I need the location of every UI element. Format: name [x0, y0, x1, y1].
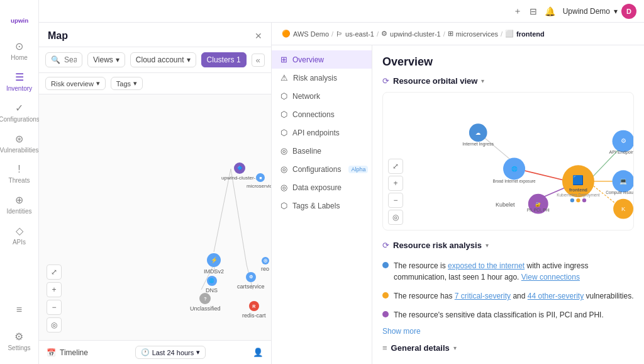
- risk-overview-filter[interactable]: Risk overview ▾: [45, 77, 106, 90]
- map-close-button[interactable]: ✕: [255, 31, 262, 41]
- nav-item-baseline[interactable]: ◎ Baseline: [272, 142, 372, 160]
- breadcrumb-aws[interactable]: AWS Demo: [293, 30, 329, 38]
- nav-item-network[interactable]: ⬡ Network: [272, 87, 372, 105]
- map-canvas[interactable]: 🔷 upwind-cluster-1 ■ microservice ⚡ IMDS…: [39, 94, 271, 340]
- orbital-controls: ⤢ + − ◎: [388, 159, 403, 225]
- vulnerability-icon: ⊛: [15, 133, 23, 145]
- nav-item-connections[interactable]: ⬡ Connections: [272, 105, 372, 123]
- aws-icon: 🟠: [282, 30, 291, 38]
- svg-point-26: [576, 198, 580, 202]
- inventory-icon: ☰: [15, 71, 24, 83]
- sidebar-item-vulnerabilities[interactable]: ⊛ Vulnerabilities: [0, 128, 38, 159]
- collapse-button[interactable]: «: [252, 54, 265, 67]
- risk-section-header[interactable]: ⟳ Resource risk analysis ▾: [382, 241, 634, 250]
- svg-text:Compute resources: Compute resources: [606, 190, 633, 195]
- views-button[interactable]: Views ▾: [87, 52, 125, 67]
- app-logo: upwind: [3, 5, 36, 35]
- detail-row-name: Name frontend: [382, 359, 634, 364]
- expand-button[interactable]: ⤢: [47, 264, 62, 280]
- person-icon[interactable]: 👤: [253, 348, 264, 357]
- map-node-microservice[interactable]: ■ microservice: [247, 173, 271, 189]
- nav-item-overview[interactable]: ⊞ Overview: [272, 50, 372, 69]
- map-node-unclassified[interactable]: ? Unclassified: [190, 293, 221, 312]
- breadcrumb-frontend[interactable]: frontend: [516, 30, 545, 38]
- map-node-cartservice[interactable]: ⚙ cartservice: [237, 272, 265, 290]
- orbital-target-button[interactable]: ◎: [388, 210, 403, 225]
- map-svg: [39, 94, 271, 321]
- flag-icon: 🏳: [336, 30, 343, 38]
- other-severity-link[interactable]: 44 other-severity: [528, 292, 584, 300]
- sidebar-item-label: Home: [11, 54, 28, 61]
- data-icon: ◎: [280, 183, 287, 192]
- orbital-section-icon: ⟳: [382, 76, 389, 86]
- orbital-zoom-in-button[interactable]: +: [388, 176, 403, 191]
- view-connections-link[interactable]: View connections: [521, 273, 580, 282]
- nav-item-configurations[interactable]: ◎ Configurations Alpha: [272, 160, 372, 178]
- chevron-down-icon: ▾: [116, 55, 119, 64]
- tags-filter[interactable]: Tags ▾: [111, 77, 143, 90]
- map-node-dns[interactable]: 🌐 DNS: [206, 276, 218, 293]
- nav-item-tags[interactable]: ⬡ Tags & Labels: [272, 196, 372, 215]
- general-section-header[interactable]: ≡ General details ▾: [382, 343, 634, 353]
- orbital-section-header[interactable]: ⟳ Resource orbital view ▾: [382, 76, 634, 86]
- chevron-down-icon: ▾: [481, 77, 484, 84]
- settings-icon: ⚙: [14, 331, 23, 343]
- orbital-expand-button[interactable]: ⤢: [388, 159, 403, 174]
- orbital-zoom-out-button[interactable]: −: [388, 193, 403, 208]
- sidebar-bottom: ≡ ⚙ Settings: [5, 299, 33, 364]
- zoom-in-button[interactable]: +: [47, 282, 62, 297]
- layout-button[interactable]: ⊟: [530, 6, 537, 16]
- sidebar-item-apis[interactable]: ◇ APIs: [0, 220, 38, 251]
- timeline-label: 📅 Timeline: [47, 348, 88, 357]
- target-button[interactable]: ◎: [47, 317, 62, 333]
- svg-text:K: K: [621, 205, 626, 212]
- map-footer: 📅 Timeline 🕐 Last 24 hours ▾ 👤: [39, 340, 271, 364]
- search-input[interactable]: [64, 55, 77, 64]
- map-node-redis[interactable]: R redis-cart: [242, 301, 266, 319]
- clusters-button[interactable]: Clusters 1: [201, 52, 247, 67]
- sidebar-item-settings[interactable]: ⚙ Settings: [5, 326, 33, 356]
- user-menu[interactable]: Upwind Demo ▾ D: [563, 4, 636, 19]
- sidebar-item-configurations[interactable]: ✓ Configurations: [0, 97, 38, 128]
- notification-button[interactable]: 🔔: [545, 6, 555, 16]
- map-node-reo[interactable]: ◎ reo: [261, 257, 269, 272]
- search-box[interactable]: 🔍: [45, 52, 82, 67]
- risk-overview-label: Risk overview: [51, 80, 94, 88]
- zoom-out-button[interactable]: −: [47, 300, 62, 315]
- sidebar-item-identities[interactable]: ⊕ Identities: [0, 189, 38, 220]
- sidebar-item-menu[interactable]: ≡: [5, 299, 33, 321]
- orbital-section-title: Resource orbital view: [393, 76, 477, 86]
- user-avatar: D: [621, 4, 636, 19]
- sidebar-item-threats[interactable]: ! Threats: [0, 159, 38, 189]
- threats-icon: !: [18, 164, 20, 175]
- critical-severity-link[interactable]: 7 critical-severity: [455, 292, 511, 300]
- svg-point-27: [582, 198, 586, 202]
- nav-item-data-exposure[interactable]: ◎ Data exposure: [272, 178, 372, 196]
- time-filter[interactable]: 🕐 Last 24 hours ▾: [135, 346, 206, 359]
- sidebar-item-inventory[interactable]: ☰ Inventory: [0, 66, 38, 97]
- nav-item-api-endpoints[interactable]: ⬡ API endpoints: [272, 123, 372, 142]
- cloud-account-button[interactable]: Cloud account ▾: [130, 52, 196, 67]
- side-nav: ⊞ Overview ⚠ Risk analysis ⬡ Network ⬡: [272, 45, 372, 364]
- svg-text:upwind: upwind: [11, 17, 28, 24]
- nav-item-risk-analysis[interactable]: ⚠ Risk analysis: [272, 69, 372, 87]
- user-label: Upwind Demo: [563, 7, 610, 16]
- risk-icon: ⚠: [280, 73, 288, 82]
- add-button[interactable]: ＋: [513, 6, 522, 17]
- api-endpoints-icon: ⬡: [280, 128, 287, 137]
- chevron-down-icon: ▾: [133, 79, 137, 88]
- breadcrumb-microservices[interactable]: microservices: [456, 30, 498, 38]
- risk-item-vulnerability: The resource has 7 critical-severity and…: [382, 287, 634, 305]
- show-more-button[interactable]: Show more: [382, 327, 634, 336]
- map-node-imdsv2[interactable]: ⚡ IMDSv2: [204, 253, 224, 275]
- tags-icon: ⬡: [280, 201, 287, 210]
- menu-icon: ≡: [16, 304, 22, 316]
- exposed-internet-link[interactable]: exposed to the internet: [448, 261, 525, 270]
- sidebar-item-home[interactable]: ⊙ Home: [0, 35, 38, 66]
- breadcrumb-cluster[interactable]: upwind-cluster-1: [390, 30, 441, 38]
- breadcrumb: 🟠 AWS Demo / 🏳 us-east-1 / ⚙ upwind-clus…: [272, 23, 644, 45]
- clock-icon: 🕐: [141, 348, 150, 356]
- breadcrumb-region[interactable]: us-east-1: [345, 30, 374, 38]
- box-icon: ⬜: [505, 30, 514, 38]
- grid-icon: ⊞: [448, 30, 453, 38]
